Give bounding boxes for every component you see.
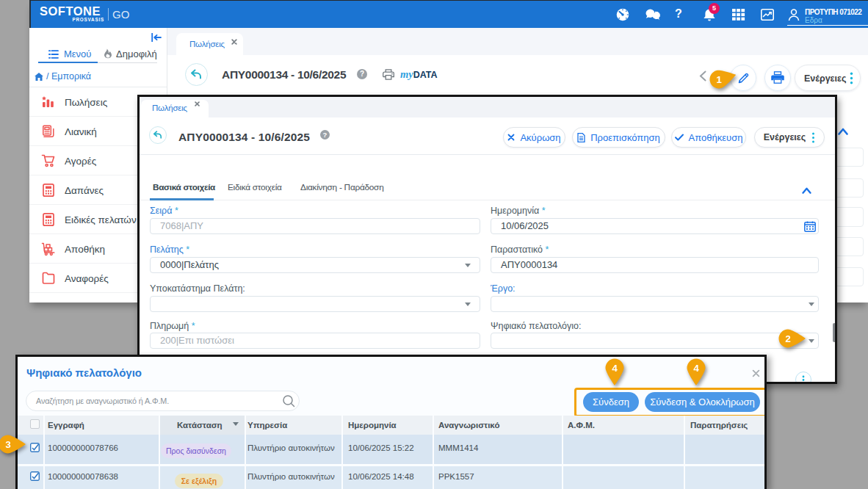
svg-text:3: 3 bbox=[5, 439, 11, 450]
svg-text:4: 4 bbox=[693, 363, 699, 374]
svg-text:1: 1 bbox=[716, 74, 722, 85]
svg-text:4: 4 bbox=[612, 363, 618, 374]
svg-text:2: 2 bbox=[785, 333, 791, 344]
